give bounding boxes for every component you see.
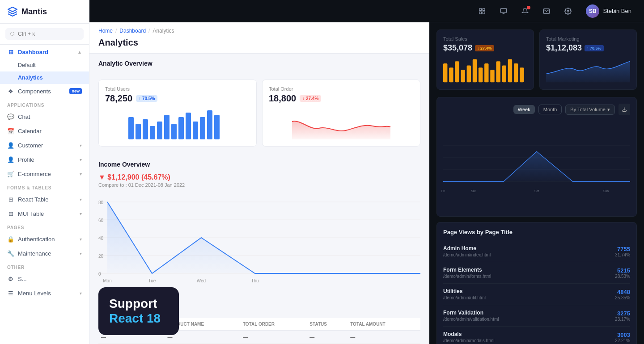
user-profile[interactable]: SB Stebin Ben <box>582 3 635 20</box>
month-btn[interactable]: Month <box>538 105 562 114</box>
page-title: Analytics <box>98 36 420 53</box>
sidebar-item-settings[interactable]: ⚙ S... <box>0 272 89 286</box>
svg-rect-9 <box>128 117 134 139</box>
volume-select[interactable]: By Total Volume ▾ <box>565 105 615 115</box>
card-order-value: 18,800 ↓ 27.4% <box>269 93 414 104</box>
breadcrumb-area: Home / Dashboard / Analytics Analytics <box>89 22 429 54</box>
sidebar-item-authentication[interactable]: 🔒 Authentication ▾ <box>0 232 89 246</box>
grid-icon-btn[interactable] <box>475 4 489 18</box>
sidebar-item-react-table[interactable]: ⊞ React Table ▾ <box>0 192 89 206</box>
col-amount: TOTAL AMOUNT <box>347 318 420 331</box>
pv-percent: 22.21% <box>615 338 630 343</box>
stat-total-marketing: Total Marketing $1,12,083 ↑ 70.5% <box>539 29 637 90</box>
svg-text:Tue: Tue <box>148 278 156 283</box>
sidebar-components-label: Components <box>18 88 51 95</box>
sidebar-item-customer[interactable]: 👤 Customer ▾ <box>0 138 89 152</box>
settings-icon: ⚙ <box>7 275 14 282</box>
pv-percent: 23.17% <box>615 317 630 322</box>
customer-icon: 👤 <box>7 142 14 149</box>
income-compare: Compare to : 01 Dec 2021-08 Jan 2022 <box>98 182 185 188</box>
income-header: ▼ $1,12,900 (45.67%) Compare to : 01 Dec… <box>98 173 420 188</box>
marketing-area-chart <box>546 56 630 83</box>
svg-rect-38 <box>455 61 459 82</box>
user-name: Stebin Ben <box>603 8 631 14</box>
svg-rect-39 <box>461 70 465 82</box>
sidebar-item-mui-table[interactable]: ⊟ MUI Table ▾ <box>0 206 89 221</box>
users-chart <box>105 108 250 139</box>
pv-right: 7755 31.74% <box>615 246 630 257</box>
svg-text:Wed: Wed <box>197 278 206 283</box>
svg-rect-17 <box>186 113 191 139</box>
pv-row: Modals /demo/admin/modals.html 3003 22.2… <box>443 327 630 344</box>
svg-rect-21 <box>214 115 220 139</box>
pv-row: Form Validation /demo/admin/validation.h… <box>443 305 630 327</box>
svg-text:60: 60 <box>98 218 104 223</box>
sidebar-logo: Mantis <box>0 0 89 24</box>
header-icons: SB Stebin Ben <box>475 3 635 20</box>
maintenance-icon: 🔧 <box>7 250 14 257</box>
sidebar-item-default[interactable]: Default <box>0 59 89 71</box>
sidebar-item-menu-levels[interactable]: ☰ Menu Levels ▾ <box>0 286 89 300</box>
select-chevron-icon: ▾ <box>607 107 610 113</box>
chevron-down-icon: ▾ <box>80 143 82 148</box>
marketing-value: $1,12,083 ↑ 70.5% <box>546 43 630 53</box>
sidebar-item-dashboard[interactable]: ⊞ Dashboard ▲ <box>0 45 89 59</box>
settings-icon-btn[interactable] <box>561 4 575 18</box>
sep2: / <box>148 28 150 34</box>
card-total-users: Total Users 78,250 ↑ 70.5% <box>98 80 257 147</box>
chevron-down-icon3: ▾ <box>80 172 82 176</box>
notification-icon-btn[interactable] <box>518 4 532 18</box>
pv-url: /demo/admin/index.html <box>443 252 615 257</box>
settings-label: S... <box>18 276 27 282</box>
income-chart-area: 0 20 40 60 80 <box>98 193 420 291</box>
mail-icon-btn[interactable] <box>539 4 554 18</box>
breadcrumb-home[interactable]: Home <box>98 28 113 34</box>
ecommerce-icon: 🛒 <box>7 170 14 177</box>
svg-rect-45 <box>496 61 500 82</box>
income-value: ▼ $1,12,900 (45.67%) <box>98 173 185 181</box>
mui-table-label: MUI Table <box>18 210 44 217</box>
search-input[interactable] <box>18 31 79 37</box>
pv-row: Admin Home /demo/admin/index.html 7755 3… <box>443 241 630 262</box>
monitor-icon-btn[interactable] <box>496 4 511 18</box>
chevron-down-icon5: ▾ <box>80 211 82 216</box>
chat-label: Chat <box>18 113 30 120</box>
sidebar-item-chat[interactable]: 💬 Chat <box>0 109 89 124</box>
menu-levels-label: Menu Levels <box>18 290 51 297</box>
sidebar-item-ecommerce[interactable]: 🛒 E-commerce ▾ <box>0 167 89 181</box>
content-right: Total Sales $35,078 ↓ 27.4% <box>429 22 644 344</box>
search-box[interactable] <box>5 28 84 40</box>
pv-url: /demo/admin/modals.html <box>443 338 615 343</box>
pv-row: Utilities /demo/admin/util.html 4848 25.… <box>443 284 630 305</box>
download-icon-btn[interactable] <box>619 104 630 115</box>
pv-page: Utilities <box>443 288 615 294</box>
svg-text:0: 0 <box>98 272 101 277</box>
svg-rect-18 <box>193 122 198 139</box>
breadcrumb-dashboard[interactable]: Dashboard <box>119 28 146 34</box>
order-badge: ↓ 27.4% <box>300 95 321 102</box>
pv-left: Modals /demo/admin/modals.html <box>443 331 615 343</box>
download-icon <box>622 107 627 112</box>
income-line-chart: 0 20 40 60 80 <box>98 193 420 291</box>
pv-row: Form Elements /demo/admin/forms.html 521… <box>443 262 630 284</box>
gear-icon <box>564 8 572 15</box>
svg-rect-47 <box>508 59 512 83</box>
sidebar-item-components[interactable]: ❖ Components new <box>0 84 89 98</box>
svg-rect-20 <box>207 110 212 139</box>
mui-icon: ⊟ <box>7 210 14 217</box>
auth-icon: 🔒 <box>7 235 14 243</box>
pv-percent: 31.74% <box>615 252 630 257</box>
sidebar-item-profile[interactable]: 👤 Profile ▾ <box>0 152 89 167</box>
pv-page: Modals <box>443 331 615 337</box>
svg-text:Sun: Sun <box>603 189 609 193</box>
support-main: Support React 18 <box>109 296 168 326</box>
svg-rect-41 <box>473 59 477 83</box>
svg-text:20: 20 <box>98 254 104 259</box>
sidebar-item-calendar[interactable]: 📅 Calendar <box>0 124 89 138</box>
card-order-label: Total Order <box>269 86 414 92</box>
week-btn[interactable]: Week <box>513 105 535 114</box>
pv-right: 3275 23.17% <box>615 310 630 322</box>
sidebar-item-analytics[interactable]: Analytics <box>0 71 89 84</box>
sidebar-item-maintenance[interactable]: 🔧 Maintenance ▾ <box>0 246 89 260</box>
dashboard-icon: ⊞ <box>7 48 14 55</box>
